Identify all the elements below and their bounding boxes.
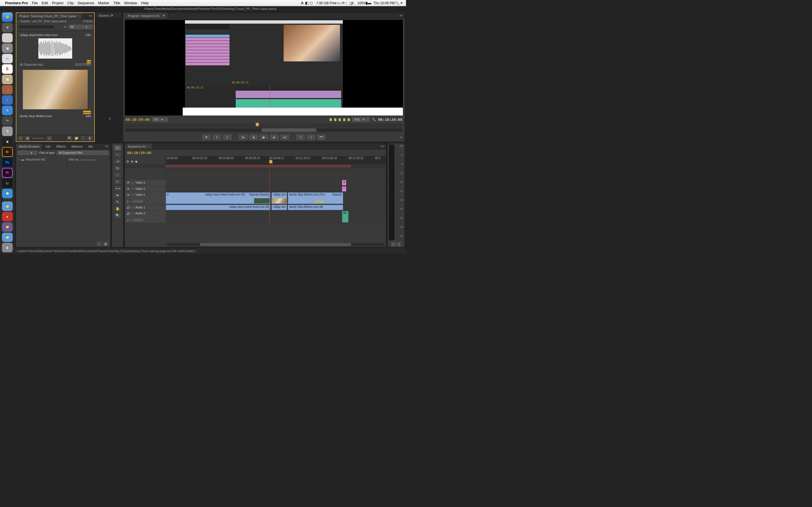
close-icon[interactable]: × [148, 145, 149, 148]
program-timecode-left[interactable]: 00:20:59:06 [125, 117, 150, 122]
clock[interactable]: Thu 10:06 PM [373, 1, 395, 5]
dock-preview[interactable]: ▦ [2, 75, 13, 84]
lock-icon[interactable]: ▫ [131, 206, 132, 209]
speaker-icon[interactable]: 🔊 [126, 212, 130, 215]
program-resolution-select[interactable]: Full ▾ [352, 117, 370, 122]
settings-icon[interactable]: 🔧 [372, 118, 376, 121]
dock-contacts[interactable]: 📕 [2, 85, 13, 95]
history-tab[interactable]: His [86, 144, 96, 149]
add-panel-icon[interactable]: + [400, 135, 402, 140]
menu-title[interactable]: Title [113, 1, 120, 5]
dock-itunes[interactable]: ♪ [2, 95, 13, 105]
lock-icon[interactable]: ▫ [131, 187, 132, 190]
markers-tab[interactable]: Markers [68, 144, 86, 149]
battery-icon[interactable]: ▮▬ [366, 1, 371, 5]
program-zoom-select[interactable]: Fit ▾ [152, 117, 168, 122]
close-icon[interactable]: × [78, 14, 80, 17]
program-scrollbar[interactable] [125, 128, 402, 132]
dock-downloads[interactable]: 📁 [2, 233, 13, 242]
track-header-a1[interactable]: 🔊 ▫ ▸ Audio 1 [125, 205, 166, 211]
disclosure-triangle-icon[interactable]: ▸ [133, 187, 135, 190]
volume-icon[interactable]: 🔊 [350, 1, 355, 5]
menu-marker[interactable]: Marker [98, 1, 109, 5]
timeline-zoom-scrollbar[interactable] [167, 243, 384, 246]
disclosure-triangle-icon[interactable]: ▸ [133, 181, 135, 184]
panel-menu-icon[interactable]: ▾≡ [398, 14, 405, 17]
dock-aperture[interactable]: ◉ [2, 137, 13, 147]
rolling-edit-tool[interactable]: ⇆ [114, 165, 121, 171]
eye-icon[interactable]: 👁 [126, 187, 130, 191]
panel-menu-icon[interactable]: ▾≡ [379, 145, 386, 148]
disk-free[interactable]: 7.80 GB Free [316, 1, 337, 5]
volume-slider[interactable] [132, 219, 144, 221]
snap-icon[interactable]: ⧉ [126, 160, 129, 163]
dock-trash[interactable]: 🗑 [2, 243, 13, 252]
audio-clip[interactable]: 08 [342, 211, 349, 223]
slide-tool[interactable]: ⬌ [114, 192, 121, 198]
menu-edit[interactable]: Edit [42, 1, 48, 5]
track-fx-icon[interactable]: ▫ [130, 219, 131, 222]
panel-menu-icon[interactable]: ▾≡ [87, 14, 94, 18]
new-bin-button[interactable]: 📁 [74, 136, 79, 140]
rate-stretch-tool[interactable]: ↔ [114, 172, 121, 178]
dock-adobe[interactable]: ▲ [2, 212, 13, 221]
keyframe-icon[interactable]: ◇ [126, 219, 129, 222]
track-lane-v3[interactable]: A [166, 180, 386, 186]
audio-clip[interactable]: cs6pp stor [271, 205, 287, 210]
program-panel-tab[interactable]: Program: Sequence 01 ▾ [123, 13, 168, 18]
go-to-in-button[interactable]: |◂ [238, 134, 248, 140]
razor-tool[interactable]: ✂ [114, 179, 121, 184]
menu-project[interactable]: Project [52, 1, 63, 5]
icon-view-button[interactable]: ▦ [25, 136, 30, 140]
marker-icon[interactable]: ◆ [135, 160, 137, 163]
dock-lightroom[interactable]: Lr [2, 179, 13, 188]
go-to-out-button[interactable]: ▸| [280, 134, 290, 140]
dropbox-icon[interactable]: ⬡ [309, 1, 313, 5]
playhead-icon[interactable] [256, 123, 259, 126]
track-header-v3[interactable]: 👁 ▫ ▸ Video 3 [125, 180, 166, 186]
track-lane-a1[interactable]: cs6pp stop motion body.mov [A] cs6pp sto… [166, 205, 386, 211]
work-area-bar[interactable] [166, 165, 386, 168]
menu-window[interactable]: Window [124, 1, 137, 5]
dock-launchpad[interactable]: ⚙ [2, 23, 13, 33]
menu-help[interactable]: Help [141, 1, 149, 5]
list-view-button[interactable]: ≡ [18, 136, 23, 140]
mark-out-button[interactable]: } [222, 134, 232, 140]
opacity-slider[interactable] [132, 200, 144, 203]
keyframe-icon[interactable]: ◇ [126, 200, 129, 203]
airplay-icon[interactable]: ▭ [337, 1, 341, 5]
project-bin-item[interactable]: cs6pp stopmotion intro.mov 245 ▸◂ 08 Ong… [18, 31, 93, 67]
project-panel-tab[interactable]: Project: Teaching Chuck_PP_Time Lapse × [16, 13, 83, 19]
add-marker-button[interactable]: ▼ [202, 134, 211, 140]
menu-sequence[interactable]: Sequence [78, 1, 94, 5]
new-item-button[interactable]: ▫ [81, 136, 86, 140]
growl-icon[interactable]: ◧ [305, 1, 309, 5]
disclosure-triangle-icon[interactable]: ▸ [18, 158, 19, 161]
track-lane-v2[interactable]: T [166, 186, 386, 192]
track-header-v2[interactable]: 👁 ▫ ▸ Video 2 [125, 186, 166, 192]
dock-sysprefs[interactable]: ⚙ [2, 126, 13, 136]
step-forward-button[interactable]: |▸ [269, 134, 279, 140]
media-browser-tab[interactable]: Media Browser [16, 144, 43, 149]
info-tab[interactable]: Info [43, 144, 53, 149]
nav-back-select[interactable]: ▾ [18, 151, 38, 155]
dock-calendar[interactable]: 6 [2, 64, 13, 74]
files-of-type-select[interactable]: All Supported Files [57, 151, 109, 155]
zoom-slider[interactable] [33, 138, 44, 139]
battery-percent[interactable]: 100% [357, 1, 366, 5]
timeline-ruler[interactable]: :18:58:20 00:19:28:19 00:19:58:19 00:20:… [166, 156, 386, 165]
dock-photobooth[interactable]: 📷 [2, 116, 13, 126]
link-icon[interactable]: ◔ [131, 160, 133, 163]
mark-in-button[interactable]: { [212, 134, 221, 140]
audio-clip[interactable]: cs6pp stop motion body.mov [A] [166, 205, 270, 210]
program-monitor-viewer[interactable]: 00:00:36:31 00:00:26:21 [125, 20, 403, 115]
list-view-button[interactable]: ≡ [97, 241, 102, 246]
filter-in-select[interactable]: All ▾ [68, 25, 93, 29]
dock-premiere[interactable]: Pr [2, 168, 13, 177]
pen-tool[interactable]: ✎ [114, 199, 121, 205]
dock-finder[interactable]: 😊 [2, 12, 13, 22]
disclosure-triangle-icon[interactable]: ▸ [133, 206, 135, 209]
export-frame-button[interactable]: 📷 [317, 134, 326, 140]
effects-tab[interactable]: Effects [54, 144, 68, 149]
track-lane-a2[interactable]: 08 [166, 211, 386, 223]
